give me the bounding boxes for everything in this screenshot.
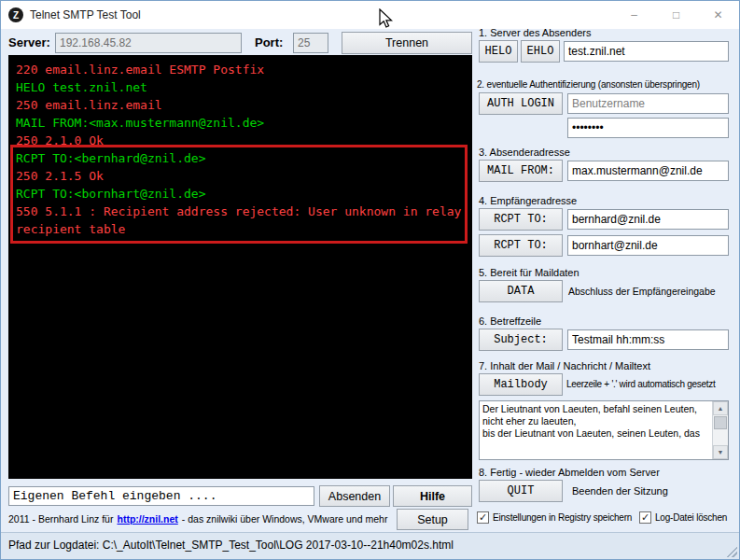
section3-label: 3. Absenderadresse [479,147,570,158]
mailbody-textarea[interactable]: Der Lieutnant von Laeuten, befahl seinen… [479,400,729,460]
logfile-checkbox-label: Log-Datei löschen [655,512,727,523]
subject-button[interactable]: Subject: [479,329,563,351]
setup-button[interactable]: Setup [397,509,468,530]
mail-from-input[interactable] [567,161,729,181]
section6-label: 6. Betreffzeile [479,315,541,327]
credit-line: 2011 - Bernhard Linz fürhttp://znil.net-… [8,513,387,525]
scroll-down-icon[interactable]: ▼ [713,445,728,459]
app-icon: Z [8,7,23,22]
terminal-line: MAIL FROM:<max.mustermann@znil.de> [16,114,465,132]
resize-grip[interactable] [725,545,737,557]
terminal-line: 250 email.linz.email [16,96,465,114]
logfile-checkbox-box[interactable]: ✓ [639,511,651,524]
close-button[interactable]: ✕ [697,1,739,29]
command-input[interactable] [8,486,314,506]
mailbody-text: Der Lieutnant von Laeuten, befahl seinen… [482,403,710,457]
mailbody-scrollbar[interactable]: ▲ ▼ [712,401,728,459]
statusbar: Pfad zur Logdatei: C:\_AutoIt\Telnet_SMT… [1,532,739,559]
registry-checkbox-box[interactable]: ✓ [477,511,489,524]
scroll-up-icon[interactable]: ▲ [713,401,728,415]
credit-prefix: 2011 - Bernhard Linz für [8,513,113,525]
port-input[interactable] [293,33,328,53]
server-label: Server: [8,35,50,49]
data-button[interactable]: DATA [479,280,563,302]
window-title: Telnet SMTP Test Tool [30,8,141,21]
password-input[interactable] [567,118,729,138]
section8-label: 8. Fertig - wieder Abmelden vom Server [479,467,660,478]
rcpt-to-button-2[interactable]: RCPT TO: [479,234,563,257]
logfile-path: Pfad zur Logdatei: C:\_AutoIt\Telnet_SMT… [8,539,454,552]
titlebar: Z Telnet SMTP Test Tool – □ ✕ [1,1,739,29]
section7-label: 7. Inhalt der Mail / Nachricht / Mailtex… [479,360,650,371]
server-input[interactable] [55,33,242,53]
highlight-annotation [10,145,468,244]
help-button[interactable]: Hilfe [393,485,472,507]
terminal-line: 220 email.linz.email ESMTP Postfix [16,61,465,78]
section2-label: 2. eventuelle Authentifizierung (ansonst… [477,79,700,90]
check-icon: ✓ [641,512,649,523]
mailbody-hint: Leerzeile + '.' wird automatisch gesetzt [566,379,715,389]
app-window: Z Telnet SMTP Test Tool – □ ✕ Server: Po… [0,0,740,560]
maximize-button[interactable]: □ [655,1,697,29]
check-icon: ✓ [479,512,487,523]
section1-label: 1. Server des Absenders [479,27,591,38]
send-button[interactable]: Absenden [319,485,390,507]
rcpt-to-input-2[interactable] [567,235,729,256]
disconnect-button[interactable]: Trennen [342,32,472,54]
quit-hint: Beenden der Sitzung [572,485,668,497]
terminal-output[interactable]: 220 email.linz.email ESMTP Postfix HELO … [8,55,472,479]
logfile-checkbox[interactable]: ✓ Log-Datei löschen [639,511,727,524]
scrollbar-thumb[interactable] [714,416,727,429]
terminal-line: HELO test.znil.net [16,78,465,96]
helo-server-input[interactable] [564,41,729,62]
mailbody-button[interactable]: Mailbody [479,373,563,396]
registry-checkbox-label: Einstellungen in Registry speichern [493,512,632,523]
helo-button[interactable]: HELO [479,40,518,63]
minimize-button[interactable]: – [613,1,655,29]
scrollbar-track[interactable] [713,415,728,445]
mail-from-button[interactable]: MAIL FROM: [479,160,563,182]
data-hint: Abschluss der Empfängereingabe [568,286,716,297]
ehlo-button[interactable]: EHLO [521,40,560,63]
section4-label: 4. Empfängeradresse [479,195,577,206]
credit-suffix: - das znilwiki über Windows, VMware und … [182,513,388,525]
port-label: Port: [255,35,283,49]
rcpt-to-input-1[interactable] [567,209,729,230]
rcpt-to-button-1[interactable]: RCPT TO: [479,208,563,231]
username-input[interactable] [567,93,729,114]
quit-button[interactable]: QUIT [479,480,563,502]
registry-checkbox[interactable]: ✓ Einstellungen in Registry speichern [477,511,632,524]
window-controls: – □ ✕ [613,1,739,29]
auth-login-button[interactable]: AUTH LOGIN [479,92,563,115]
section5-label: 5. Bereit für Maildaten [479,267,579,278]
subject-input[interactable] [567,329,729,350]
znil-link[interactable]: http://znil.net [117,513,177,525]
